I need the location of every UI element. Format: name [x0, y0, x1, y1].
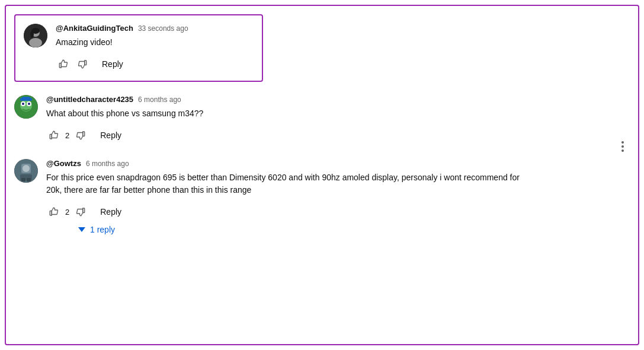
thumbs-down-icon-3 [75, 206, 86, 217]
like-count-3: 2 [65, 208, 69, 217]
comment-body-1: @AnkitaGuidingTech 33 seconds ago Amazin… [56, 24, 251, 72]
comment-header-1: @AnkitaGuidingTech 33 seconds ago [56, 24, 251, 33]
username-3[interactable]: @Gowtzs [46, 159, 81, 168]
thumbs-down-icon-2 [75, 130, 86, 141]
expand-replies-icon [78, 227, 85, 232]
menu-dot-1 [621, 141, 624, 144]
avatar-1 [24, 24, 47, 47]
avatar-2 [14, 95, 38, 119]
menu-dot-2 [621, 145, 624, 148]
comment-body-3: @Gowtzs 6 months ago For this price even… [46, 159, 594, 234]
like-button-2[interactable] [46, 128, 62, 143]
like-button-1[interactable] [56, 56, 71, 72]
comment-header-2: @untitledcharacter4235 6 months ago [46, 95, 594, 104]
svg-point-9 [22, 103, 24, 105]
avatar-3: NIT [14, 159, 38, 183]
svg-rect-18 [21, 178, 25, 182]
svg-rect-19 [27, 178, 31, 182]
svg-point-15 [23, 165, 30, 172]
like-count-2: 2 [65, 131, 69, 140]
reply-button-2[interactable]: Reply [94, 127, 127, 144]
dislike-button-2[interactable] [73, 128, 88, 143]
comment-actions-3: 2 Reply [46, 203, 594, 220]
reply-button-1[interactable]: Reply [96, 56, 129, 72]
comment-actions-1: Reply [56, 56, 251, 72]
comment-text-2: What about this phone vs samsung m34?? [46, 107, 532, 120]
timestamp-1: 33 seconds ago [138, 24, 188, 33]
timestamp-2: 6 months ago [138, 96, 181, 104]
like-button-3[interactable] [46, 204, 62, 219]
thumbs-up-icon-2 [49, 130, 59, 141]
comment-item-highlighted: @AnkitaGuidingTech 33 seconds ago Amazin… [14, 14, 263, 82]
thumbs-down-icon-1 [77, 59, 88, 69]
svg-rect-12 [22, 97, 30, 99]
comment-text-1: Amazing video! [56, 36, 251, 49]
svg-point-4 [30, 31, 34, 38]
dislike-button-3[interactable] [73, 204, 88, 219]
replies-toggle-3[interactable]: 1 reply [78, 225, 594, 234]
comment-text-3: For this price even snapdragon 695 is be… [46, 171, 532, 196]
svg-point-10 [28, 103, 30, 105]
svg-point-2 [29, 38, 42, 47]
more-options-menu[interactable] [619, 136, 626, 157]
thumbs-up-icon-1 [58, 59, 69, 69]
username-2[interactable]: @untitledcharacter4235 [46, 95, 133, 104]
comment-actions-2: 2 Reply [46, 127, 594, 144]
dislike-button-1[interactable] [75, 56, 90, 72]
comment-header-3: @Gowtzs 6 months ago [46, 159, 594, 168]
menu-dot-3 [621, 149, 624, 152]
thumbs-up-icon-3 [49, 206, 59, 217]
timestamp-3: 6 months ago [86, 160, 129, 168]
reply-button-3[interactable]: Reply [94, 203, 127, 220]
comment-item-3: NIT @Gowtzs 6 months ago For this price … [14, 159, 630, 234]
comment-item-2: @untitledcharacter4235 6 months ago What… [14, 95, 630, 144]
comment-body-2: @untitledcharacter4235 6 months ago What… [46, 95, 594, 144]
username-1[interactable]: @AnkitaGuidingTech [56, 24, 133, 33]
replies-count-label: 1 reply [90, 225, 115, 234]
